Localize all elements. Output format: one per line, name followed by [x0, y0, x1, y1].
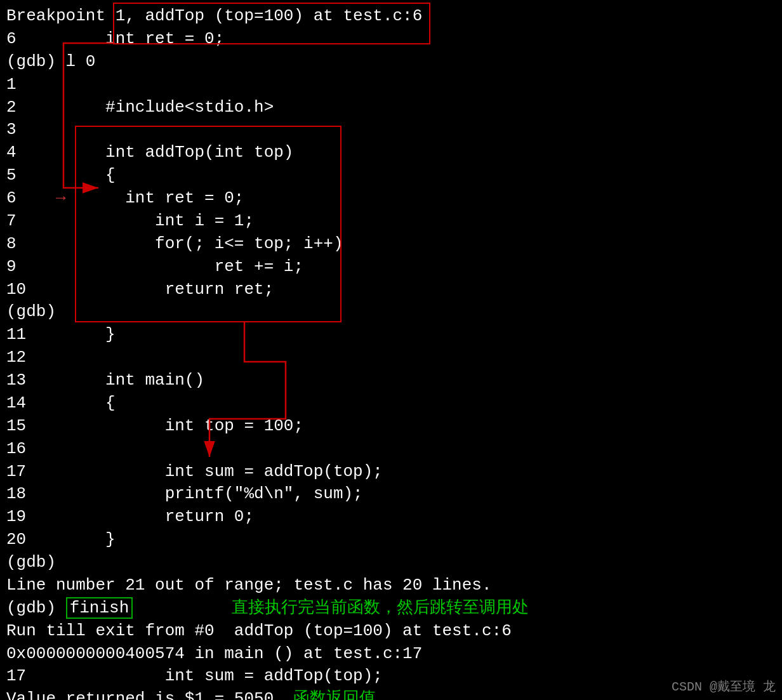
line-3: 3 — [6, 119, 776, 142]
line-17: 17 int sum = addTop(top); — [6, 461, 776, 484]
line-12: 12 — [6, 347, 776, 369]
line-7: 7 int i = 1; — [6, 210, 776, 233]
line-15: 15 int top = 100; — [6, 415, 776, 438]
line-1: 1 — [6, 74, 776, 96]
line-13: 13 int main() — [6, 369, 776, 392]
line-5: 5 { — [6, 164, 776, 187]
line-value-returned: Value returned is $1 = 5050 函数返回值 — [6, 688, 776, 700]
return-value-annotation: 函数返回值 — [293, 689, 376, 700]
line-17-result: 17 int sum = addTop(top); — [6, 665, 776, 688]
line-gdb-finish: (gdb) finish 直接执行完当前函数，然后跳转至调用处 — [6, 597, 776, 620]
line-9: 9 ret += i; — [6, 256, 776, 279]
line-8: 8 for(; i<= top; i++) — [6, 233, 776, 256]
line-breakpoint-header: Breakpoint 1, addTop (top=100) at test.c… — [6, 5, 776, 28]
line-19: 19 return 0; — [6, 506, 776, 529]
line-out-of-range: Line number 21 out of range; test.c has … — [6, 574, 776, 597]
watermark: CSDN @戴至境 龙 — [672, 678, 776, 695]
line-4: 4 int addTop(int top) — [6, 142, 776, 164]
line-run-till-exit: Run till exit from #0 addTop (top=100) a… — [6, 620, 776, 643]
line-gdb-empty1: (gdb) — [6, 301, 776, 324]
line-20: 20 } — [6, 529, 776, 551]
line-11: 11 } — [6, 324, 776, 347]
line-2: 2 #include<stdio.h> — [6, 96, 776, 119]
line-address: 0x0000000000400574 in main () at test.c:… — [6, 643, 776, 666]
terminal: Breakpoint 1, addTop (top=100) at test.c… — [0, 0, 782, 700]
line-current-indicator: 6 int ret = 0; — [6, 28, 776, 51]
line-6: 6 → int ret = 0; — [6, 187, 776, 210]
line-gdb-empty2: (gdb) — [6, 551, 776, 574]
finish-annotation: 直接执行完当前函数，然后跳转至调用处 — [232, 598, 529, 617]
line-gdb-l0: (gdb) l 0 — [6, 51, 776, 74]
line-18: 18 printf("%d\n", sum); — [6, 483, 776, 506]
line-16: 16 — [6, 438, 776, 461]
line-14: 14 { — [6, 392, 776, 415]
line-10: 10 return ret; — [6, 279, 776, 301]
